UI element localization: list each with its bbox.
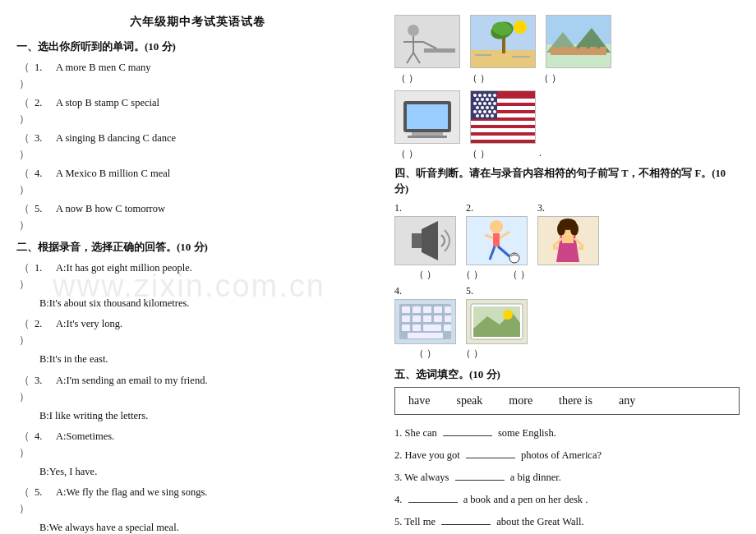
keyboard-icon <box>395 300 455 343</box>
section2-question: （ ）4.A:Sometimes.B:Yes, I have. <box>16 428 378 481</box>
section4-image-4 <box>394 299 456 344</box>
svg-point-64 <box>481 114 484 117</box>
section4-images-row2: 4. <box>394 285 740 344</box>
svg-rect-101 <box>402 325 410 331</box>
image-3 <box>546 15 611 68</box>
svg-rect-100 <box>445 315 451 322</box>
numbered-img-3: 3. <box>537 202 599 265</box>
svg-point-47 <box>486 98 489 101</box>
numbered-img-5: 5. <box>466 285 528 344</box>
svg-rect-36 <box>471 121 535 125</box>
question-num: 5. <box>35 484 53 500</box>
img-box-1 <box>394 15 460 68</box>
section4-image-2 <box>466 216 528 265</box>
word-more: more <box>509 394 532 407</box>
question-paren: （ ） <box>16 94 31 127</box>
svg-rect-68 <box>412 233 422 248</box>
fill-blank <box>455 480 505 481</box>
svg-point-57 <box>491 106 494 109</box>
section2-question: （ ）2.A:It's very long.B:It's in the east… <box>16 315 378 368</box>
section2-question-a: （ ）3.A:I'm sending an email to my friend… <box>16 372 378 405</box>
svg-rect-99 <box>434 315 442 322</box>
svg-rect-26 <box>600 47 606 50</box>
section5-question: 2. Have you got photos of America? <box>394 445 740 466</box>
question-text-a: A:We fly the flag and we sing songs. <box>56 484 378 500</box>
svg-rect-20 <box>551 48 606 55</box>
section5-question: 5. Tell me about the Great Wall. <box>394 512 740 532</box>
paren-img3: （ ） <box>539 71 561 85</box>
svg-point-46 <box>481 98 484 101</box>
paren-img5-dot: . <box>539 147 542 161</box>
question-num: 4. <box>35 165 53 182</box>
svg-rect-98 <box>423 315 431 322</box>
section4-images-row1: 1. 2. <box>394 202 740 265</box>
svg-point-61 <box>488 110 491 113</box>
question-paren: （ ） <box>16 165 31 198</box>
svg-rect-97 <box>413 315 421 322</box>
paren-s4-3: （ ） <box>508 268 530 282</box>
section2-question-b: B:We always have a special meal. <box>39 519 378 534</box>
question-num: 1. <box>35 260 53 276</box>
section2-question-a: （ ）2.A:It's very long. <box>16 315 378 348</box>
svg-point-40 <box>473 94 477 97</box>
section1-question: （ ）5.A now B how C tomorrow <box>16 200 378 233</box>
svg-point-54 <box>476 106 479 109</box>
section4-image-1 <box>394 216 456 265</box>
section2-question: （ ）3.A:I'm sending an email to my friend… <box>16 372 378 425</box>
svg-point-110 <box>503 310 513 320</box>
section4-image-5 <box>466 299 528 344</box>
svg-point-66 <box>491 114 494 117</box>
svg-point-45 <box>476 98 479 101</box>
paren-s4-5: （ ） <box>461 347 483 361</box>
question-text-a: A:It's very long. <box>56 315 378 332</box>
computer-icon <box>395 91 459 143</box>
word-any: any <box>619 394 635 407</box>
numbered-img-1: 1. <box>394 202 456 265</box>
svg-point-58 <box>473 110 477 113</box>
section5-question: 3. We always a big dinner. <box>394 467 740 488</box>
svg-rect-87 <box>553 246 558 250</box>
section1-question: （ ）4.A Mexico B million C meal <box>16 165 378 198</box>
svg-rect-25 <box>590 47 597 50</box>
question-num: 5. <box>35 200 53 217</box>
svg-point-65 <box>486 114 489 117</box>
question-paren: （ ） <box>16 260 31 292</box>
image-4 <box>394 90 460 144</box>
question-options: A now B how C tomorrow <box>56 200 378 217</box>
section2-question-b: B:It's in the east. <box>39 351 378 368</box>
question-num: 4. <box>35 428 53 444</box>
svg-rect-37 <box>471 128 535 132</box>
section2-questions: （ ）1.A:It has got eight million people.B… <box>16 260 378 534</box>
svg-rect-38 <box>471 136 535 140</box>
svg-point-44 <box>493 94 496 97</box>
right-column: （ ） （ ） （ ） <box>386 15 740 534</box>
question-paren: （ ） <box>16 200 31 233</box>
svg-point-81 <box>557 223 565 236</box>
question-options: A Mexico B million C meal <box>56 165 378 182</box>
kicking-person-icon <box>467 217 527 265</box>
svg-rect-72 <box>493 233 500 246</box>
word-have: have <box>408 394 430 407</box>
svg-point-53 <box>493 102 496 105</box>
us-flag-icon <box>471 91 535 143</box>
beach-icon <box>471 16 535 67</box>
svg-point-50 <box>478 102 482 105</box>
word-bank: have speak more there is any <box>394 387 740 415</box>
section4-image-3 <box>537 216 599 265</box>
svg-point-13 <box>514 21 527 34</box>
section4-parens-row1: （ ） （ ） （ ） <box>414 268 740 282</box>
svg-rect-96 <box>402 315 410 322</box>
question-text-a: A:I'm sending an email to my friend. <box>56 372 378 389</box>
svg-rect-94 <box>434 306 442 313</box>
img-box-4 <box>394 90 460 144</box>
paren-s4-1: （ ） <box>414 268 436 282</box>
svg-rect-104 <box>444 325 451 331</box>
question-paren: （ ） <box>16 372 31 405</box>
svg-rect-105 <box>408 333 443 338</box>
word-there-is: there is <box>559 394 592 407</box>
question-num: 3. <box>35 130 53 146</box>
question-options: A more B men C many <box>56 59 378 76</box>
section2-title: 二、根据录音，选择正确的回答。(10 分) <box>16 240 378 255</box>
section1-question: （ ）2.A stop B stamp C special <box>16 94 378 127</box>
question-paren: （ ） <box>16 428 31 461</box>
